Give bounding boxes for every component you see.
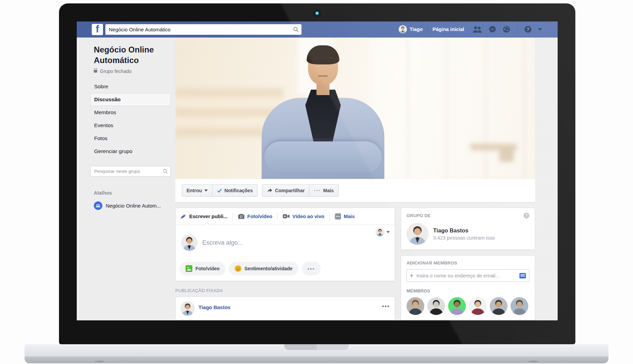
members-avatars-row	[407, 297, 529, 315]
tab-foto-video[interactable]: Foto/vídeo	[238, 214, 272, 219]
pinned-post-menu-icon[interactable]: •••	[382, 303, 390, 309]
share-label: Compartilhar	[275, 188, 305, 193]
pinned-author-avatar[interactable]	[180, 301, 195, 316]
pinned-author-name[interactable]: Tiago Bastos	[198, 304, 231, 310]
laptop-base-notch	[284, 344, 349, 350]
profile-link[interactable]: Tiago	[399, 25, 423, 33]
group-search-box[interactable]	[90, 166, 171, 177]
share-button[interactable]: Compartilhar	[262, 184, 309, 197]
laptop-foot	[528, 361, 539, 362]
facebook-header: f Tiago Página inicial	[77, 21, 558, 37]
help-icon[interactable]: ?	[524, 25, 532, 33]
content-columns: Escrever publi...	[175, 208, 535, 320]
sidebar-item-eventos[interactable]: Eventos	[90, 119, 171, 132]
group-of-avatar[interactable]	[407, 223, 428, 245]
privacy-label: Grupo fechado	[100, 69, 132, 74]
tab-video-ao-vivo-label: Vídeo ao vivo	[292, 214, 324, 219]
joined-caret-icon	[204, 189, 208, 192]
group-privacy: Grupo fechado	[94, 69, 170, 74]
composer-body[interactable]: Escreva algo...	[176, 225, 395, 262]
laptop-screen-bezel: f Tiago Página inicial	[59, 3, 575, 344]
laptop-foot	[94, 361, 105, 362]
search-input[interactable]	[108, 26, 293, 33]
feeling-activity-pill-label: Sentimento/atividade	[245, 266, 293, 271]
shortcut-label: Negócio Online Autom...	[106, 203, 161, 209]
main-column: Entrou Notificações	[175, 37, 535, 320]
shortcut-item-group[interactable]: Negócio Online Autom...	[94, 201, 170, 210]
sidebar-item-membros[interactable]: Membros	[90, 106, 171, 119]
group-title[interactable]: Negócio Online Automático	[94, 44, 170, 65]
facebook-logo[interactable]: f	[92, 24, 103, 35]
tab-foto-video-label: Foto/vídeo	[247, 214, 272, 219]
page-background: f Tiago Página inicial	[0, 0, 633, 364]
tab-video-ao-vivo[interactable]: Vídeo ao vivo	[283, 214, 324, 219]
sidebar-item-fotos[interactable]: Fotos	[90, 132, 171, 145]
post-as-selector[interactable]	[376, 228, 390, 237]
post-composer: Escrever publi...	[175, 208, 395, 281]
more-label: Mais	[323, 188, 334, 193]
member-avatar[interactable]	[490, 297, 507, 315]
header-divider	[427, 26, 428, 33]
group-of-name[interactable]: Tiago Bastos	[433, 227, 495, 234]
more-actions-pill-button[interactable]: •••	[302, 262, 321, 275]
tab-mais[interactable]: Mais	[335, 213, 355, 219]
plus-icon: +	[410, 272, 413, 279]
import-contacts-icon[interactable]	[519, 273, 526, 278]
composer-tabs: Escrever publi...	[176, 208, 395, 225]
notifications-globe-icon[interactable]	[502, 25, 511, 33]
messenger-icon[interactable]	[488, 25, 497, 33]
joined-button[interactable]: Entrou	[182, 184, 212, 197]
cover-person	[262, 43, 384, 179]
notifications-button[interactable]: Notificações	[212, 184, 257, 197]
more-actions-dots: •••	[308, 266, 315, 272]
live-video-icon	[283, 214, 290, 219]
left-sidebar: Negócio Online Automático Grupo fechado …	[77, 37, 175, 320]
group-nav: Sobre Discussão Membros Eventos Fotos Ge…	[90, 80, 171, 158]
group-of-help-icon[interactable]: ?	[524, 213, 529, 218]
search-icon[interactable]	[293, 27, 299, 32]
add-members-header: ADICIONAR MEMBROS	[407, 260, 529, 266]
group-search-icon[interactable]	[163, 169, 168, 174]
photo-video-pill-button[interactable]: Foto/vídeo	[180, 262, 225, 275]
share-more-buttons: Compartilhar ··· Mais	[262, 184, 338, 197]
group-of-likes: 3.423 pessoas curtiram isso	[433, 235, 495, 241]
post-as-caret-icon	[386, 231, 390, 233]
sidebar-item-sobre[interactable]: Sobre	[90, 80, 171, 93]
sidebar-item-discussao[interactable]: Discussão	[90, 93, 171, 106]
member-avatar[interactable]	[427, 297, 445, 315]
header-icons: ?	[472, 25, 542, 33]
header-divider-2	[517, 26, 517, 33]
composer-placeholder[interactable]: Escreva algo...	[202, 239, 243, 246]
feed-column: Escrever publi...	[175, 208, 395, 320]
facebook-page: f Tiago Página inicial	[77, 21, 558, 320]
member-avatar[interactable]	[448, 297, 466, 315]
pinned-post-card[interactable]: Tiago Bastos •••	[175, 297, 395, 320]
member-avatar[interactable]	[511, 297, 528, 315]
member-avatar[interactable]	[469, 297, 487, 315]
pencil-icon	[180, 213, 187, 220]
lock-icon	[94, 70, 97, 73]
tab-escrever-publicacao[interactable]: Escrever publi...	[180, 213, 227, 220]
member-avatar[interactable]	[407, 297, 424, 315]
global-search-box[interactable]	[105, 24, 301, 35]
sidebar-item-gerenciar-grupo[interactable]: Gerenciar grupo	[90, 145, 171, 158]
add-members-input-box[interactable]: +	[407, 269, 529, 282]
home-link[interactable]: Página inicial	[432, 27, 464, 32]
notifications-label: Notificações	[224, 188, 253, 193]
check-icon	[217, 188, 222, 193]
more-dots-icon: ···	[314, 188, 321, 193]
camera-icon	[238, 214, 245, 219]
group-of-title: GRUPO DE	[407, 213, 431, 218]
more-tab-icon	[335, 213, 341, 219]
group-of-header: GRUPO DE ?	[407, 213, 529, 218]
more-button[interactable]: ··· Mais	[309, 184, 338, 197]
joined-label: Entrou	[187, 188, 202, 193]
friend-requests-icon[interactable]	[472, 26, 483, 33]
account-menu-caret-icon[interactable]	[538, 28, 542, 31]
feeling-activity-pill-button[interactable]: Sentimento/atividade	[229, 262, 298, 275]
group-of-card: GRUPO DE ? Tiago Bastos 3.423 pessoas cu…	[401, 208, 535, 250]
cover-photo[interactable]	[175, 37, 535, 179]
group-search-input[interactable]	[93, 168, 163, 174]
group-of-body: Tiago Bastos 3.423 pessoas curtiram isso	[407, 223, 529, 245]
add-members-input[interactable]	[416, 273, 517, 279]
